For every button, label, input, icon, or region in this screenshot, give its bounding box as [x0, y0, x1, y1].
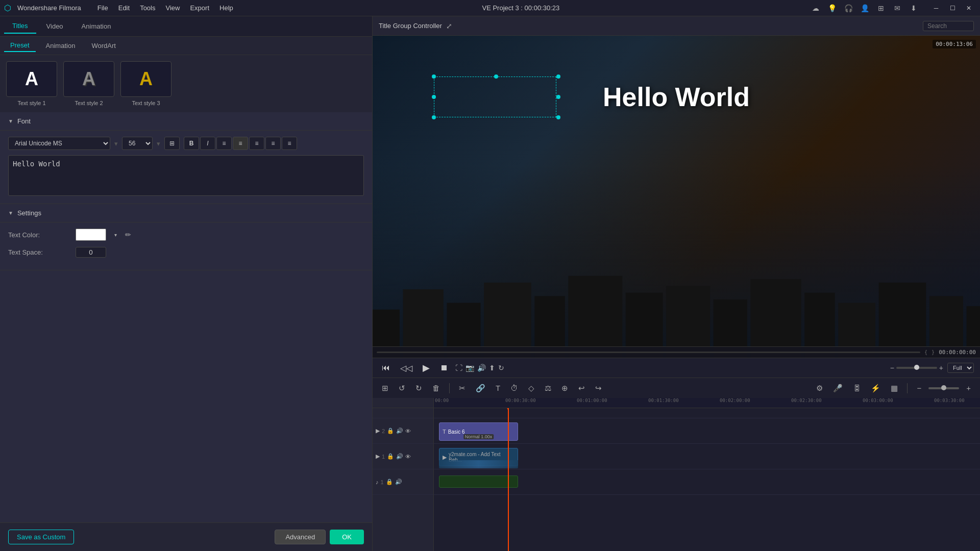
preview-progress-bar[interactable] [377, 352, 920, 353]
preset-item-3[interactable]: A Text style 3 [120, 61, 172, 106]
track-a1-row[interactable] [434, 469, 980, 495]
bold-button[interactable]: B [184, 137, 199, 150]
screenshot-icon[interactable]: 📷 [465, 364, 474, 372]
settings2-icon[interactable]: ↻ [498, 364, 504, 372]
font-family-select[interactable]: Arial Unicode MS [8, 137, 110, 150]
track-v1-eye[interactable]: 👁 [405, 454, 411, 460]
text-content-area[interactable]: Hello World [8, 155, 364, 196]
play-back-button[interactable]: ◁◁ [397, 362, 415, 374]
fullscreen-icon[interactable]: ⛶ [455, 364, 462, 372]
zoom-out-icon[interactable]: − [890, 364, 894, 372]
align-center-button[interactable]: ≡ [233, 137, 248, 150]
track-v1-row[interactable]: ▶ y2mate.com - Add Text Beh... [434, 444, 980, 469]
font-spacing-button[interactable]: ⊞ [164, 137, 180, 150]
play-button[interactable]: ▶ [420, 361, 433, 374]
handle-left[interactable] [432, 95, 436, 99]
tl-zoom-out-tl-button[interactable]: − [914, 382, 924, 394]
tl-zoom-slider[interactable] [928, 387, 959, 389]
tl-add-media-button[interactable]: ⊞ [379, 382, 391, 395]
menu-view[interactable]: View [161, 3, 184, 13]
color-dropdown-icon[interactable]: ▾ [114, 232, 117, 238]
tl-redo-button[interactable]: ↻ [412, 382, 425, 395]
subtab-preset[interactable]: Preset [4, 39, 36, 52]
menu-help[interactable]: Help [215, 3, 237, 13]
menu-export[interactable]: Export [186, 3, 213, 13]
align-left-button[interactable]: ≡ [216, 137, 232, 150]
audio-clip[interactable] [439, 475, 518, 488]
advanced-button[interactable]: Advanced [275, 530, 326, 544]
track-v2-eye[interactable]: 👁 [405, 428, 411, 434]
tl-ai-button[interactable]: ⚡ [868, 382, 884, 395]
handle-top[interactable] [494, 74, 498, 79]
tl-next-button[interactable]: ↪ [592, 382, 605, 395]
track-a1-volume[interactable]: 🔊 [395, 479, 402, 485]
eyedropper-icon[interactable]: ✏ [125, 231, 131, 239]
tl-prev-button[interactable]: ↩ [575, 382, 588, 395]
maximize-button[interactable]: ☐ [945, 3, 960, 14]
menu-edit[interactable]: Edit [114, 3, 134, 13]
menu-file[interactable]: File [93, 3, 112, 13]
tl-mic-button[interactable]: 🎤 [830, 382, 846, 395]
text-space-input[interactable] [76, 247, 106, 258]
tl-mix-button[interactable]: 🎛 [850, 382, 864, 394]
tl-delete-button[interactable]: 🗑 [429, 382, 443, 394]
align-justify-button[interactable]: ≡ [265, 137, 281, 150]
tl-settings-button[interactable]: ⚙ [813, 382, 826, 395]
close-button[interactable]: ✕ [962, 3, 976, 14]
tl-unlink-button[interactable]: 🔗 [473, 382, 488, 395]
skip-back-button[interactable]: ⏮ [379, 362, 393, 373]
font-section-header[interactable]: ▼ Font [0, 112, 372, 131]
download-icon[interactable]: ⬇ [906, 3, 921, 14]
handle-tl[interactable] [432, 74, 436, 79]
menu-tools[interactable]: Tools [136, 3, 159, 13]
preset-item-2[interactable]: A Text style 2 [63, 61, 114, 106]
minimize-button[interactable]: ─ [929, 3, 943, 14]
mail-icon[interactable]: ✉ [890, 3, 904, 14]
settings-section-header[interactable]: ▼ Settings [0, 204, 372, 222]
handle-right[interactable] [556, 95, 560, 99]
track-v1-volume[interactable]: 🔊 [396, 453, 403, 460]
tl-cut-button[interactable]: ✂ [456, 382, 469, 395]
user-icon[interactable]: 👤 [857, 3, 872, 14]
headphone-icon[interactable]: 🎧 [841, 3, 855, 14]
align-justify2-button[interactable]: ≡ [282, 137, 297, 150]
cloud-icon[interactable]: ☁ [808, 3, 823, 14]
handle-tr[interactable] [556, 74, 560, 79]
tl-undo-button[interactable]: ↺ [396, 382, 408, 395]
handle-br[interactable] [556, 115, 560, 119]
tab-video[interactable]: Video [38, 19, 71, 33]
tab-titles[interactable]: Titles [4, 19, 36, 34]
tl-speed-button[interactable]: ⏱ [507, 382, 521, 394]
text-color-swatch[interactable] [76, 229, 106, 241]
track-a1-lock[interactable]: 🔒 [386, 479, 393, 485]
stop-button[interactable]: ⏹ [437, 362, 451, 373]
save-custom-button[interactable]: Save as Custom [8, 530, 74, 544]
tgc-collapse-icon[interactable]: ⤢ [446, 22, 452, 30]
track-v2-lock[interactable]: 🔒 [387, 428, 394, 434]
font-size-select[interactable]: 56 [122, 137, 153, 150]
track-v2-volume[interactable]: 🔊 [396, 428, 403, 434]
ok-button[interactable]: OK [330, 530, 364, 544]
title-clip[interactable]: T Basic 6 Normal 1.00x [439, 422, 518, 441]
volume-icon[interactable]: 🔊 [477, 364, 486, 372]
handle-bl[interactable] [432, 115, 436, 119]
zoom-in-icon[interactable]: + [939, 364, 943, 372]
subtab-animation[interactable]: Animation [40, 40, 82, 52]
italic-button[interactable]: I [200, 137, 215, 150]
tl-text-button[interactable]: T [493, 382, 503, 394]
zoom-slider[interactable] [896, 367, 937, 369]
bulb-icon[interactable]: 💡 [825, 3, 839, 14]
grid-icon[interactable]: ⊞ [874, 3, 888, 14]
tgc-search-input[interactable] [923, 21, 974, 31]
export-frame-icon[interactable]: ⬆ [489, 364, 495, 372]
tl-plus-button[interactable]: ⊕ [558, 382, 571, 395]
align-right-button[interactable]: ≡ [249, 137, 264, 150]
tl-color-button[interactable]: ◇ [525, 382, 537, 395]
tl-voice-button[interactable]: ▦ [888, 382, 901, 395]
tab-animation[interactable]: Animation [74, 19, 119, 33]
quality-select[interactable]: Full [947, 363, 974, 373]
subtab-wordart[interactable]: WordArt [85, 40, 121, 52]
tl-zoom-in-tl-button[interactable]: + [963, 382, 974, 394]
track-v2-row[interactable]: T Basic 6 Normal 1.00x [434, 418, 980, 444]
track-v1-lock[interactable]: 🔒 [387, 453, 394, 460]
